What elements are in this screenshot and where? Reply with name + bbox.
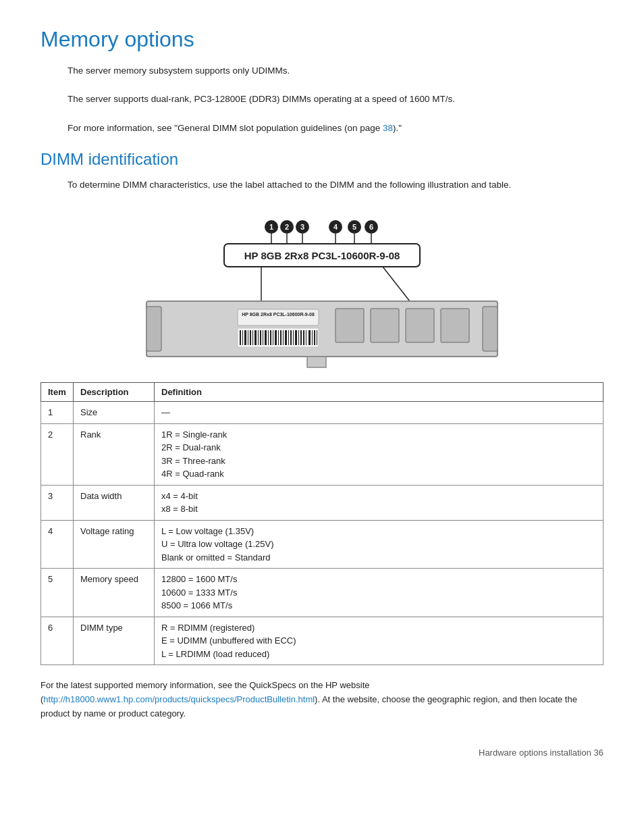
svg-rect-55 bbox=[306, 330, 306, 345]
svg-rect-41 bbox=[270, 330, 271, 345]
svg-rect-63 bbox=[441, 309, 469, 342]
svg-rect-59 bbox=[317, 330, 317, 345]
svg-rect-57 bbox=[312, 330, 313, 345]
col-definition: Definition bbox=[155, 383, 603, 402]
col-item: Item bbox=[41, 383, 74, 402]
svg-rect-45 bbox=[280, 330, 281, 345]
svg-text:HP 8GB 2Rx8 PC3L-10600R-9-08: HP 8GB 2Rx8 PC3L-10600R-9-08 bbox=[242, 312, 315, 317]
table-cell-2-2: x4 = 4-bitx8 = 8-bit bbox=[155, 485, 603, 520]
table-row: 6DIMM typeR = RDIMM (registered)E = UDIM… bbox=[41, 617, 603, 665]
dimm-illustration: 1 2 3 4 5 6 HP 8GB 2Rx8 PC3L-10600R-9-08 bbox=[106, 207, 538, 369]
section2-title: DIMM identification bbox=[41, 150, 603, 169]
svg-rect-48 bbox=[288, 330, 289, 345]
col-description: Description bbox=[74, 383, 155, 402]
svg-rect-32 bbox=[248, 330, 248, 345]
intro-line-3: For more information, see "General DIMM … bbox=[68, 122, 603, 135]
svg-rect-46 bbox=[283, 330, 284, 345]
svg-rect-39 bbox=[265, 330, 267, 345]
svg-rect-37 bbox=[260, 330, 261, 345]
intro-line-2: The server supports dual-rank, PC3-12800… bbox=[68, 93, 603, 106]
svg-rect-30 bbox=[242, 330, 243, 345]
table-cell-1-1: Rank bbox=[74, 423, 155, 485]
table-row: 2Rank1R = Single-rank2R = Dual-rank3R = … bbox=[41, 423, 603, 485]
table-cell-2-1: Data width bbox=[74, 485, 155, 520]
svg-rect-35 bbox=[254, 330, 257, 345]
table-cell-5-1: DIMM type bbox=[74, 617, 155, 665]
svg-rect-25 bbox=[483, 307, 498, 351]
table-cell-4-1: Memory speed bbox=[74, 569, 155, 617]
table-cell-5-2: R = RDIMM (registered)E = UDIMM (unbuffe… bbox=[155, 617, 603, 665]
table-cell-2-0: 3 bbox=[41, 485, 74, 520]
intro-line-1: The server memory subsystem supports onl… bbox=[68, 64, 603, 78]
svg-rect-33 bbox=[250, 330, 251, 345]
svg-rect-44 bbox=[278, 330, 279, 345]
table-row: 4Voltage ratingL = Low voltage (1.35V)U … bbox=[41, 520, 603, 569]
table-cell-3-0: 4 bbox=[41, 520, 74, 569]
svg-rect-29 bbox=[240, 330, 241, 345]
footer-text: For the latest supported memory informat… bbox=[41, 679, 603, 721]
dimm-svg: 1 2 3 4 5 6 HP 8GB 2Rx8 PC3L-10600R-9-08 bbox=[106, 207, 538, 369]
svg-rect-62 bbox=[406, 309, 434, 342]
svg-rect-64 bbox=[307, 357, 326, 367]
svg-rect-40 bbox=[268, 330, 269, 345]
svg-rect-42 bbox=[273, 330, 273, 345]
svg-rect-36 bbox=[258, 330, 259, 345]
svg-rect-58 bbox=[314, 330, 315, 345]
svg-text:4: 4 bbox=[333, 223, 338, 231]
svg-rect-43 bbox=[275, 330, 277, 345]
page-footer-label: Hardware options installation 36 bbox=[479, 748, 603, 758]
svg-rect-38 bbox=[263, 330, 263, 345]
svg-rect-61 bbox=[371, 309, 399, 342]
table-cell-3-2: L = Low voltage (1.35V)U = Ultra low vol… bbox=[155, 520, 603, 569]
table-cell-1-0: 2 bbox=[41, 423, 74, 485]
svg-rect-51 bbox=[295, 330, 297, 345]
table-row: 3Data widthx4 = 4-bitx8 = 8-bit bbox=[41, 485, 603, 520]
svg-text:HP 8GB 2Rx8 PC3L-10600R-9-08: HP 8GB 2Rx8 PC3L-10600R-9-08 bbox=[244, 250, 400, 261]
table-row: 1Size— bbox=[41, 402, 603, 424]
table-cell-0-1: Size bbox=[74, 402, 155, 424]
svg-rect-34 bbox=[252, 330, 253, 345]
svg-rect-54 bbox=[303, 330, 304, 345]
svg-rect-52 bbox=[298, 330, 299, 345]
table-cell-0-0: 1 bbox=[41, 402, 74, 424]
table-row: 5Memory speed12800 = 1600 MT/s10600 = 13… bbox=[41, 569, 603, 617]
table-cell-0-2: — bbox=[155, 402, 603, 424]
table-cell-3-1: Voltage rating bbox=[74, 520, 155, 569]
svg-line-22 bbox=[383, 267, 410, 301]
footer-link[interactable]: http://h18000.www1.hp.com/products/quick… bbox=[43, 694, 315, 704]
svg-text:3: 3 bbox=[300, 223, 304, 231]
svg-text:5: 5 bbox=[352, 223, 356, 231]
svg-rect-53 bbox=[300, 330, 302, 345]
table-cell-5-0: 6 bbox=[41, 617, 74, 665]
dimm-description: To determine DIMM characteristics, use t… bbox=[68, 178, 603, 192]
page-title: Memory options bbox=[41, 27, 603, 52]
svg-text:1: 1 bbox=[269, 223, 273, 231]
svg-rect-47 bbox=[285, 330, 287, 345]
table-cell-4-2: 12800 = 1600 MT/s10600 = 1333 MT/s8500 =… bbox=[155, 569, 603, 617]
table-cell-1-2: 1R = Single-rank2R = Dual-rank3R = Three… bbox=[155, 423, 603, 485]
svg-rect-56 bbox=[308, 330, 311, 345]
svg-text:2: 2 bbox=[285, 223, 289, 231]
svg-rect-31 bbox=[244, 330, 246, 345]
svg-rect-49 bbox=[290, 330, 292, 345]
page-link[interactable]: 38 bbox=[383, 123, 393, 133]
svg-rect-50 bbox=[293, 330, 294, 345]
table-cell-4-0: 5 bbox=[41, 569, 74, 617]
svg-rect-24 bbox=[146, 307, 161, 351]
svg-text:6: 6 bbox=[369, 223, 373, 231]
dimm-table: Item Description Definition 1Size—2Rank1… bbox=[41, 382, 603, 665]
svg-rect-60 bbox=[336, 309, 364, 342]
